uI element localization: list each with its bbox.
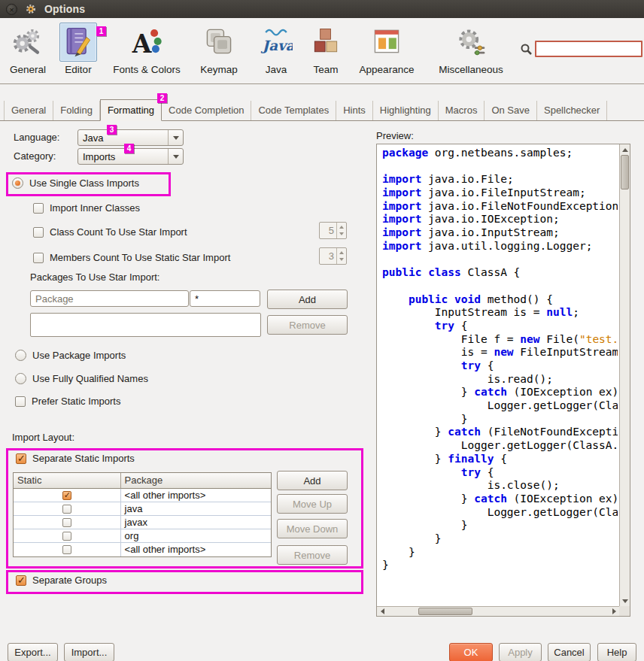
layout-move-up-button[interactable]: Move Up bbox=[277, 494, 348, 514]
tab-highlighting[interactable]: Highlighting bbox=[373, 101, 439, 120]
spinner-arrows[interactable] bbox=[336, 223, 346, 238]
category-editor[interactable]: 1 Editor bbox=[59, 23, 98, 75]
tab-on-save[interactable]: On Save bbox=[485, 101, 537, 120]
class-count-spinner[interactable]: 5 bbox=[319, 222, 347, 239]
tab-spellchecker[interactable]: Spellchecker bbox=[537, 101, 607, 120]
radio-button[interactable] bbox=[15, 350, 26, 361]
use-package-imports-radio-row[interactable]: Use Package Imports bbox=[15, 350, 126, 361]
svg-text:A: A bbox=[132, 29, 152, 57]
category-miscellaneous[interactable]: Miscellaneous bbox=[435, 23, 507, 75]
members-count-spinner[interactable]: 3 bbox=[319, 247, 347, 265]
annotation-badge-1: 1 bbox=[96, 26, 106, 36]
tab-hints[interactable]: Hints bbox=[336, 101, 373, 120]
checkbox-label: Class Count To Use Star Import bbox=[50, 226, 187, 238]
radio-button[interactable] bbox=[15, 373, 26, 384]
category-label: Keymap bbox=[194, 64, 244, 75]
import-button[interactable]: Import... bbox=[64, 643, 114, 661]
radio-button[interactable] bbox=[12, 177, 23, 189]
layout-add-button[interactable]: Add bbox=[277, 471, 348, 490]
cancel-button[interactable]: Cancel bbox=[548, 643, 591, 661]
apply-button[interactable]: Apply bbox=[499, 643, 542, 661]
help-button[interactable]: Help bbox=[597, 643, 636, 661]
dialog-footer: Export... Import... OK Apply Cancel Help bbox=[0, 634, 644, 661]
window-close-button[interactable]: × bbox=[6, 4, 17, 15]
tab-code-templates[interactable]: Code Templates bbox=[251, 101, 336, 120]
misc-gear-sliders-icon bbox=[454, 25, 488, 60]
table-row[interactable]: <all other imports> bbox=[14, 489, 271, 502]
category-label: Editor bbox=[59, 64, 98, 75]
tab-general[interactable]: General bbox=[4, 101, 53, 120]
row-static-checkbox[interactable] bbox=[62, 545, 71, 554]
spinner-arrows[interactable] bbox=[336, 248, 346, 264]
checkbox[interactable] bbox=[16, 453, 26, 464]
ok-button[interactable]: OK bbox=[449, 643, 493, 661]
star-import-remove-button[interactable]: Remove bbox=[267, 315, 348, 335]
row-package-value[interactable]: org bbox=[121, 529, 271, 542]
category-appearance[interactable]: Appearance bbox=[354, 23, 420, 75]
checkbox[interactable] bbox=[33, 203, 44, 214]
layout-move-down-button[interactable]: Move Down bbox=[277, 519, 348, 538]
category-team[interactable]: Team bbox=[305, 23, 346, 75]
horizontal-scrollbar-thumb[interactable] bbox=[418, 608, 472, 615]
row-static-checkbox[interactable] bbox=[62, 491, 71, 500]
category-keymap[interactable]: Keymap bbox=[194, 23, 244, 75]
layout-remove-button[interactable]: Remove bbox=[277, 545, 348, 565]
scroll-left-icon[interactable] bbox=[377, 607, 387, 616]
checkbox[interactable] bbox=[33, 227, 44, 238]
checkbox-label: Separate Groups bbox=[32, 575, 107, 586]
prefer-static-imports-checkbox-row[interactable]: Prefer Static Imports bbox=[15, 396, 120, 407]
titlebar: × Options bbox=[0, 0, 644, 18]
category-fonts-colors[interactable]: A Fonts & Colors bbox=[107, 23, 187, 75]
checkbox[interactable] bbox=[16, 575, 26, 586]
export-button[interactable]: Export... bbox=[8, 643, 58, 661]
checkbox[interactable] bbox=[15, 396, 26, 407]
tab-code-completion[interactable]: Code Completion bbox=[162, 101, 251, 120]
row-static-checkbox[interactable] bbox=[62, 505, 71, 514]
table-row[interactable]: <all other imports> bbox=[14, 543, 271, 556]
category-toolbar: General 1 Editor bbox=[0, 18, 644, 84]
star-import-list[interactable] bbox=[30, 313, 261, 337]
row-package-value[interactable]: javax bbox=[121, 516, 271, 529]
checkbox[interactable] bbox=[33, 253, 44, 263]
separate-static-imports-checkbox-row[interactable]: Separate Static Imports bbox=[16, 453, 135, 464]
star-import-package-column[interactable]: Package bbox=[30, 290, 189, 307]
table-row[interactable]: javax bbox=[14, 516, 271, 529]
scroll-down-icon[interactable] bbox=[620, 596, 630, 606]
tab-label: Formatting bbox=[108, 105, 154, 116]
spinner-value: 5 bbox=[320, 223, 336, 238]
search-input[interactable] bbox=[535, 41, 642, 57]
members-count-checkbox-row[interactable]: Members Count To Use Static Star Import bbox=[33, 252, 230, 263]
use-single-class-imports-radio-row[interactable]: Use Single Class Imports bbox=[12, 177, 139, 189]
vertical-scrollbar[interactable] bbox=[619, 144, 630, 606]
row-static-checkbox[interactable] bbox=[62, 532, 71, 541]
table-row[interactable]: org bbox=[14, 529, 271, 543]
star-import-add-button[interactable]: Add bbox=[267, 290, 348, 309]
tab-formatting[interactable]: Formatting 2 bbox=[100, 99, 162, 121]
row-static-checkbox[interactable] bbox=[62, 518, 71, 527]
category-general[interactable]: General bbox=[6, 23, 50, 75]
class-count-checkbox-row[interactable]: Class Count To Use Star Import bbox=[33, 226, 187, 238]
horizontal-scrollbar[interactable] bbox=[377, 606, 619, 616]
window-gear-icon bbox=[25, 3, 37, 15]
search-icon bbox=[520, 43, 533, 56]
row-package-value[interactable]: java bbox=[121, 502, 271, 515]
import-inner-classes-checkbox-row[interactable]: Import Inner Classes bbox=[33, 202, 140, 214]
star-import-pattern-column[interactable]: * bbox=[190, 290, 260, 307]
vertical-scrollbar-thumb[interactable] bbox=[621, 155, 629, 190]
category-java[interactable]: Java Java bbox=[254, 23, 298, 75]
scroll-up-icon[interactable] bbox=[620, 144, 630, 154]
tab-folding[interactable]: Folding bbox=[53, 101, 100, 120]
static-column-header[interactable]: Static bbox=[14, 473, 121, 489]
category-label: Category: bbox=[14, 150, 56, 162]
category-label: Java bbox=[254, 64, 298, 75]
tab-macros[interactable]: Macros bbox=[439, 101, 485, 120]
package-column-header[interactable]: Package bbox=[121, 473, 271, 489]
row-package-value[interactable]: <all other imports> bbox=[121, 489, 271, 502]
annotation-badge-2: 2 bbox=[157, 93, 167, 103]
scroll-right-icon[interactable] bbox=[609, 607, 619, 616]
row-package-value[interactable]: <all other imports> bbox=[121, 543, 271, 556]
editor-tabbar: General Folding Formatting 2 Code Comple… bbox=[0, 99, 644, 121]
separate-groups-checkbox-row[interactable]: Separate Groups bbox=[16, 575, 107, 586]
use-fully-qualified-names-radio-row[interactable]: Use Fully Qualified Names bbox=[15, 373, 148, 384]
table-row[interactable]: java bbox=[14, 502, 271, 516]
